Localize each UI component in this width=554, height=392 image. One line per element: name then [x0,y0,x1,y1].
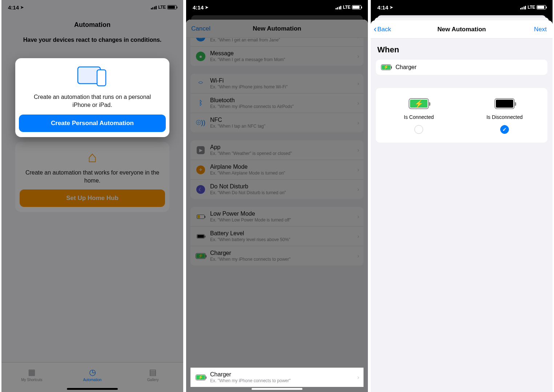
home-indicator[interactable] [252,388,302,390]
row-example: Ex. "When I tap an NFC tag" [210,124,355,129]
svg-text:✉: ✉ [198,38,203,40]
sheet-title: New Automation [437,26,486,33]
row-title: Charger [210,250,355,256]
create-personal-automation-button[interactable]: Create Personal Automation [19,115,166,132]
row-example: Ex. "When I get an email from Jane" [210,38,355,43]
screen-charger-config: 4:14 ➤ LTE ‹ Back New Automation Next Wh… [369,0,554,392]
row-example: Ex. "When Airplane Mode is turned on" [210,171,355,176]
row-example: Ex. "When my iPhone connects to power" [210,257,355,262]
trigger-row-message[interactable]: ● MessageEx. "When I get a message from … [190,47,364,66]
option-label: Is Connected [404,114,434,120]
trigger-row-bluetooth[interactable]: ᛒ BluetoothEx. "When my iPhone connects … [190,93,364,113]
carrier-label: LTE [527,5,535,10]
battery-icon [352,5,361,9]
chevron-right-icon: › [357,120,359,126]
popover-text: Create an automation that runs on a pers… [19,93,166,109]
row-title: Message [210,50,355,57]
nfc-icon: ⦾)) [195,117,206,129]
low-power-icon [195,211,206,223]
dnd-icon: ☾ [195,184,206,195]
location-arrow-icon: ➤ [205,5,208,10]
row-example: Ex. "When I get a message from Mom" [210,57,355,62]
email-icon: ✉ [195,38,206,43]
chevron-right-icon: › [357,186,359,193]
status-time: 4:14 [193,4,204,11]
chevron-right-icon: › [357,80,359,87]
message-icon: ● [195,51,206,62]
row-title: Do Not Disturb [210,183,355,190]
row-example: Ex. "When "Weather" is opened or closed" [210,151,355,156]
radio-unchecked[interactable] [414,125,423,134]
svg-text:✈: ✈ [199,167,202,172]
row-title: Charger [210,371,355,378]
carrier-label: LTE [343,5,350,10]
svg-text:●: ● [199,53,202,59]
battery-level-icon [195,231,206,242]
chevron-right-icon: › [357,147,359,153]
trigger-row-charger[interactable]: ⚡ ChargerEx. "When my iPhone connects to… [190,368,364,387]
status-bar: 4:14 ➤ LTE [371,0,553,15]
home-indicator[interactable] [67,388,118,390]
row-title: NFC [210,117,355,123]
svg-text:☾: ☾ [198,187,203,192]
charger-options: ⚡ Is Connected Is Disconnected [376,88,547,143]
back-button[interactable]: ‹ Back [374,26,391,33]
trigger-list[interactable]: ✉ EmailEx. "When I get an email from Jan… [186,38,368,392]
battery-icon [537,5,546,9]
create-automation-popover: Create an automation that runs on a pers… [15,58,169,137]
location-arrow-icon: ➤ [390,5,393,10]
row-title: Airplane Mode [210,164,355,170]
row-example: Ex. "When Do Not Disturb is turned on" [210,190,355,195]
trigger-row-battery-level[interactable]: Battery LevelEx. "When battery level ris… [190,227,364,246]
chevron-left-icon: ‹ [374,26,377,32]
screen-trigger-picker: 4:14 ➤ LTE Cancel New Automation ✉ Email… [185,0,369,392]
cellular-bars-icon [336,5,342,9]
trigger-row-dnd[interactable]: ☾ Do Not DisturbEx. "When Do Not Disturb… [190,180,364,199]
chevron-right-icon: › [357,167,359,173]
chevron-right-icon: › [357,253,359,259]
status-bar: 4:14 ➤ LTE [186,0,368,15]
trigger-row-charger-hidden[interactable]: ⚡ ChargerEx. "When my iPhone connects to… [190,246,364,265]
charger-icon: ⚡ [195,250,206,262]
trigger-row-airplane[interactable]: ✈ Airplane ModeEx. "When Airplane Mode i… [190,160,364,180]
cancel-button[interactable]: Cancel [191,25,210,32]
row-example: Ex. "When battery level rises above 50%" [210,237,355,242]
trigger-row-email[interactable]: ✉ EmailEx. "When I get an email from Jan… [190,38,364,47]
when-heading: When [376,45,547,55]
row-example: Ex. "When my iPhone connects to power" [210,378,355,383]
svg-rect-1 [97,70,106,86]
radio-checked[interactable] [500,125,509,134]
chevron-right-icon: › [357,38,359,40]
chevron-right-icon: › [357,374,359,381]
sheet-title: New Automation [253,25,301,32]
app-icon: ▶ [195,144,206,156]
trigger-picker-sheet: Cancel New Automation ✉ EmailEx. "When I… [186,20,368,392]
row-title: Low Power Mode [210,211,355,217]
sheet-nav-bar: Cancel New Automation [186,20,368,38]
wifi-icon: ⌔ [195,78,206,89]
row-example: Ex. "When Low Power Mode is turned off" [210,217,355,223]
trigger-row-wifi[interactable]: ⌔ Wi-FiEx. "When my iPhone joins home Wi… [190,74,364,93]
status-time: 4:14 [377,4,388,11]
row-title: Battery Level [210,230,355,237]
screen-automation-sheet: 4:14 ➤ LTE Automation Have your devices … [0,0,185,392]
trigger-row-low-power[interactable]: Low Power ModeEx. "When Low Power Mode i… [190,207,364,227]
next-button[interactable]: Next [534,26,547,33]
selected-trigger-row: ⚡ Charger [376,60,547,75]
row-title: App [210,144,355,151]
bluetooth-icon: ᛒ [195,97,206,109]
option-is-connected[interactable]: ⚡ Is Connected [376,98,462,134]
option-label: Is Disconnected [486,114,523,120]
row-title: Wi-Fi [210,77,355,84]
devices-icon [19,65,166,87]
row-example: Ex. "When my iPhone joins home Wi-Fi" [210,84,355,89]
option-is-disconnected[interactable]: Is Disconnected [462,98,547,134]
back-label: Back [377,26,391,33]
charger-config-sheet: ‹ Back New Automation Next When ⚡ Charge… [371,20,553,392]
row-example: Ex. "When my iPhone connects to AirPods" [210,104,355,109]
trigger-row-app[interactable]: ▶ AppEx. "When "Weather" is opened or cl… [190,140,364,160]
trigger-row-nfc[interactable]: ⦾)) NFCEx. "When I tap an NFC tag" › [190,113,364,132]
charger-icon: ⚡ [381,64,391,70]
chevron-right-icon: › [357,100,359,107]
battery-full-icon [494,98,515,109]
